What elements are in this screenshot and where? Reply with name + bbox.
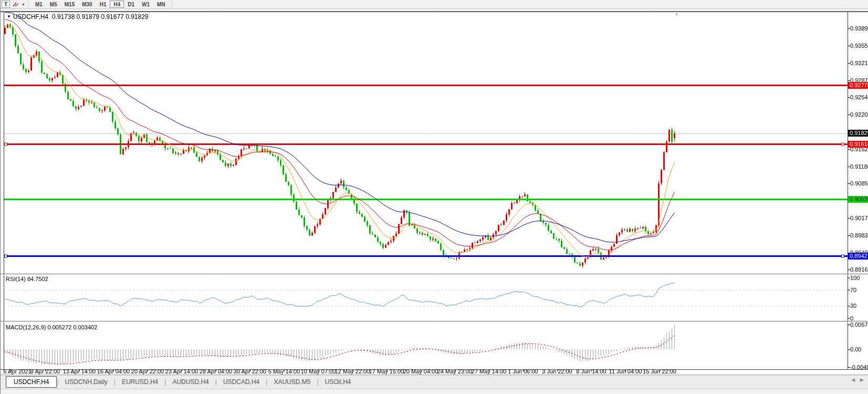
symbol-timeframe-label: USDCHF,H4	[13, 13, 48, 20]
time-tick-label: 6 Apr 2021	[3, 368, 31, 375]
macd-signal-value: 0.003402	[73, 324, 97, 330]
chart-canvas[interactable]	[1, 0, 868, 394]
macd-tick-label: 0.00	[850, 346, 861, 352]
timeframe-button-m30[interactable]: M30	[78, 1, 96, 8]
price-tick-label: 0.92540	[850, 94, 868, 100]
symbol-tab-xauusd[interactable]: XAUUSD,M5	[267, 377, 317, 387]
toolbar-divider	[1, 8, 868, 12]
time-tick-label: 8 Jun 14:00	[576, 368, 606, 375]
timeframe-button-h1[interactable]: H1	[96, 1, 110, 8]
quote-close: 0.91829	[126, 13, 148, 20]
price-tick-label: 0.90170	[850, 215, 868, 221]
symbol-tab-audusd[interactable]: AUDUSD,H4	[166, 377, 215, 387]
time-tick-label: 13 Apr 14:00	[63, 368, 96, 375]
timeframe-button-w1[interactable]: W1	[138, 1, 153, 8]
time-tick-label: 30 Apr 22:00	[234, 368, 266, 375]
hline-price-badge: 0.90539	[848, 196, 868, 203]
rsi-tick-label: 0	[850, 315, 853, 322]
current-price-badge: 0.91829	[848, 130, 868, 137]
time-tick-label: 20 May 04:00	[403, 368, 438, 375]
toolbar-separator	[28, 1, 29, 7]
price-tick-label: 0.93550	[850, 43, 868, 49]
macd-main-value: 0.005272	[47, 324, 71, 330]
time-tick-label: 23 Apr 14:00	[165, 368, 198, 375]
time-tick-label: 1 Jun 06:00	[508, 368, 538, 375]
macd-tick-label: -0.00409	[850, 364, 868, 370]
timeframe-button-group: M1M5M15M30H1H4D1W1MN	[32, 1, 169, 8]
top-toolbar: T ▼ M1M5M15M30H1H4D1W1MN	[1, 0, 868, 8]
timeframe-button-h4[interactable]: H4	[110, 1, 124, 8]
price-tick-label: 0.90850	[850, 180, 868, 186]
symbol-tab-usdchf[interactable]: USDCHF,H4	[6, 376, 57, 388]
symbol-tab-usdcad[interactable]: USDCAD,H4	[217, 377, 266, 387]
chart-title: ▼USDCHF,H4 0.91738 0.91879 0.91677 0.918…	[7, 13, 149, 20]
symbol-tab-bar: USDCHF,H4|USDCNH,Daily|EURUSD,H4|AUDUSD,…	[1, 375, 868, 389]
time-tick-label: 27 May 14:00	[472, 368, 507, 375]
timeframe-button-d1[interactable]: D1	[124, 1, 138, 8]
time-tick-label: 20 Apr 22:00	[131, 368, 164, 375]
symbol-dropdown-icon[interactable]: ▼	[7, 14, 11, 19]
timeframe-button-m1[interactable]: M1	[32, 1, 46, 8]
time-tick-label: 11 Jun 04:00	[609, 368, 642, 375]
macd-name: MACD(12,26,9)	[6, 324, 46, 330]
symbol-tab-eurusd[interactable]: EURUSD,H4	[116, 377, 164, 387]
tab-scroll-left-icon[interactable]: ◀	[851, 377, 855, 382]
price-tick-label: 0.91180	[850, 163, 868, 170]
hline-price-badge: 0.91618	[848, 141, 868, 148]
price-tick-label: 0.89830	[850, 232, 868, 239]
time-tick-label: 8 Apr 22:00	[30, 368, 60, 375]
tab-scroll-right-icon[interactable]: ▶	[860, 377, 864, 382]
drawing-tool-glyph	[12, 1, 20, 7]
quote-low: 0.91677	[101, 13, 123, 20]
timeframe-button-m15[interactable]: M15	[61, 1, 78, 8]
rsi-name: RSI(14)	[6, 276, 26, 282]
text-tool-button[interactable]: T	[2, 1, 10, 8]
symbol-tab-usdcnh[interactable]: USDCNH,Daily	[58, 377, 113, 387]
toolbar-separator	[172, 1, 173, 7]
time-tick-label: 10 May 07:00	[301, 368, 336, 375]
timeframe-button-m5[interactable]: M5	[46, 1, 61, 8]
time-tick-label: 12 May 22:00	[335, 368, 370, 375]
rsi-indicator-label: RSI(14) 84.7502	[6, 276, 48, 282]
chevron-down-icon: ▼	[22, 3, 25, 6]
quote-high: 0.91879	[77, 13, 99, 20]
time-tick-label: 17 May 15:00	[369, 368, 404, 375]
tab-scroll-buttons: ◀ ▶	[851, 377, 864, 382]
price-tick-label: 0.93890	[850, 25, 868, 32]
time-tick-label: 28 Apr 04:00	[200, 368, 232, 375]
status-bar	[1, 389, 868, 394]
drawing-tool-icon[interactable]: ▼	[12, 1, 25, 8]
rsi-value: 84.7502	[27, 276, 48, 282]
terminal-window: T ▼ M1M5M15M30H1H4D1W1MN ▼USDCHF,H4 0.91…	[0, 0, 868, 394]
rsi-tick-label: 70	[850, 287, 856, 293]
rsi-tick-label: 100	[850, 275, 860, 281]
hline-price-badge: 0.89427	[848, 253, 868, 260]
chart-shift-marker-icon[interactable]: ▼	[675, 12, 679, 17]
rsi-tick-label: 30	[850, 303, 856, 309]
price-tick-label: 0.93210	[850, 60, 868, 66]
time-tick-label: 5 May 14:00	[268, 368, 300, 375]
time-tick-label: 15 Jun 22:00	[643, 368, 676, 375]
price-tick-label: 0.92200	[850, 111, 868, 118]
symbol-tab-usoil[interactable]: USOil,H4	[319, 377, 358, 387]
time-tick-label: 3 Jun 22:00	[542, 368, 572, 375]
quote-open: 0.91738	[52, 13, 75, 20]
time-tick-label: 24 May 23:00	[437, 368, 473, 375]
macd-indicator-label: MACD(12,26,9) 0.005272 0.003402	[6, 324, 97, 330]
time-tick-label: 16 Apr 04:00	[97, 368, 130, 375]
price-tick-label: 0.89160	[850, 266, 868, 273]
hline-price-badge: 0.92775	[848, 82, 868, 89]
macd-tick-label: 0.005718	[850, 322, 868, 328]
timeframe-button-mn[interactable]: MN	[153, 1, 169, 8]
